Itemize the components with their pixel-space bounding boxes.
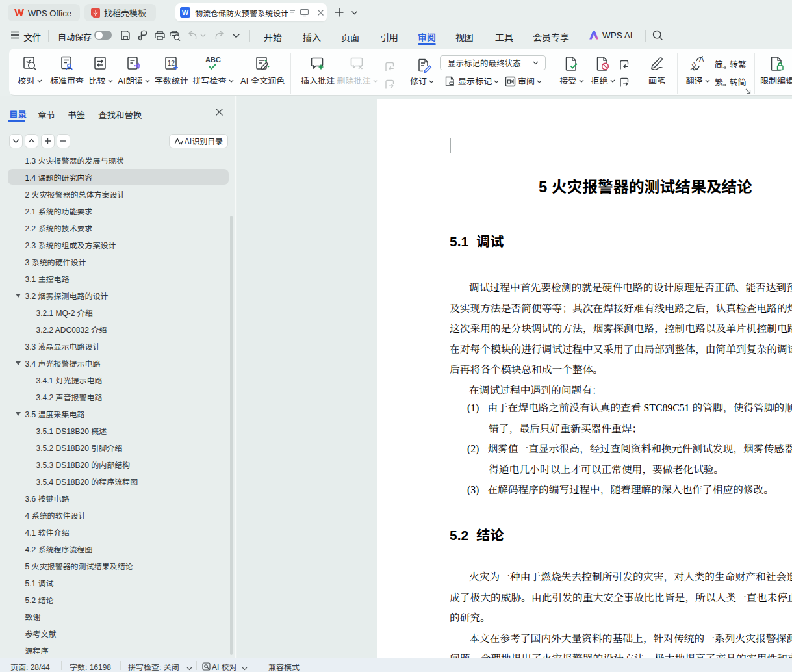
svg-text:ABC: ABC bbox=[205, 56, 221, 64]
svg-text:12: 12 bbox=[168, 59, 175, 67]
